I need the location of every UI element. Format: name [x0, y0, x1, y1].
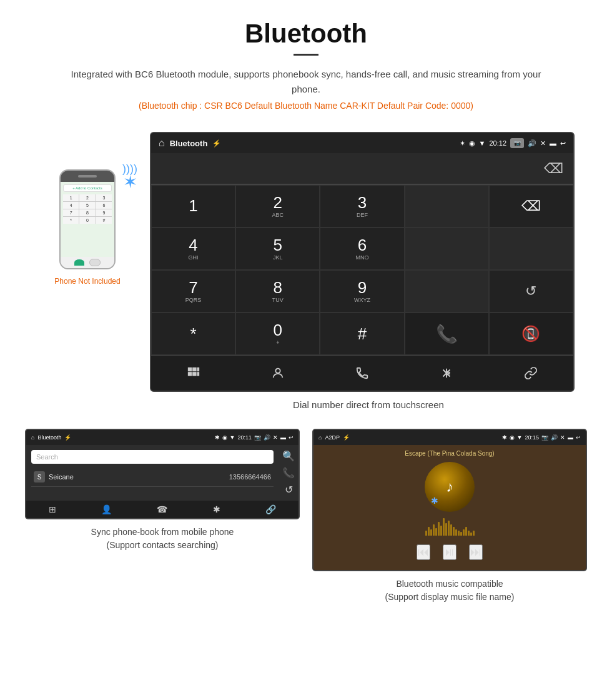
nav-grid-icon[interactable]	[181, 362, 206, 384]
dial-key-6[interactable]: 6 MNO	[320, 228, 404, 270]
svg-rect-2	[197, 368, 199, 371]
dial-key-backspace[interactable]: ⌫	[489, 185, 573, 228]
eq-bar	[468, 531, 470, 536]
phone-key: 1	[63, 194, 79, 201]
dial-key-empty-4	[405, 270, 489, 312]
dial-key-7[interactable]: 7 PQRS	[151, 270, 235, 312]
dial-key-call-green[interactable]: 📞	[405, 312, 489, 355]
wifi-icon: ))))	[122, 163, 137, 174]
eq-bar	[463, 529, 465, 536]
music-app-name: A2DP	[325, 434, 340, 441]
bottom-screenshots: ⌂ Bluetooth ⚡ ✱ ◉ ▼ 20:11 📷 🔊 ✕ ▬ ↩	[0, 429, 612, 604]
eq-bar	[445, 523, 447, 536]
pb-nav-link[interactable]: 🔗	[265, 504, 276, 514]
dial-key-hash[interactable]: #	[320, 312, 404, 355]
small-x-icon: ✕	[273, 434, 278, 441]
page-header: Bluetooth Integrated with BC6 Bluetooth …	[0, 0, 612, 132]
eq-bar	[428, 527, 430, 536]
svg-rect-1	[192, 368, 196, 371]
dial-key-refresh[interactable]: ↺	[489, 270, 573, 312]
phone-key: 7	[63, 209, 79, 216]
eq-bar	[440, 526, 442, 536]
phone-top-bar	[61, 171, 114, 182]
status-app-name: Bluetooth	[170, 139, 208, 148]
dial-key-5[interactable]: 5 JKL	[235, 228, 320, 270]
music-win-icon: ▬	[568, 434, 573, 441]
music-x-icon: ✕	[560, 434, 565, 441]
bt-on-album-icon: ✱	[431, 496, 438, 506]
nav-link-icon[interactable]	[518, 362, 543, 384]
prev-button[interactable]: ⏮	[417, 544, 430, 560]
dial-key-9[interactable]: 9 WXYZ	[320, 270, 404, 312]
call-red-icon: 📵	[521, 325, 540, 342]
small-win-icon: ▬	[280, 434, 286, 441]
contact-row[interactable]: S Seicane 13566664466	[31, 468, 274, 487]
status-left: ⌂ Bluetooth ⚡	[159, 138, 221, 149]
dial-bottom-nav	[151, 355, 573, 391]
phone-speaker	[78, 175, 97, 178]
phone-key: 6	[96, 202, 112, 209]
small-loc-icon: ◉	[222, 434, 227, 441]
search-bar[interactable]: Search	[31, 450, 274, 464]
dialpad-grid: 1 2 ABC 3 DEF ⌫ 4 GHI	[151, 184, 573, 355]
dial-key-2[interactable]: 2 ABC	[235, 185, 320, 228]
page-description: Integrated with BC6 Bluetooth module, su…	[69, 67, 543, 97]
phone-key: 0	[79, 217, 95, 224]
pb-nav-bt[interactable]: ✱	[213, 504, 220, 514]
svg-rect-3	[187, 372, 191, 376]
music-controls: ⏮ ⏯ ⏭	[318, 539, 581, 565]
bluetooth-status-icon: ✶	[460, 139, 465, 148]
page-specs: (Bluetooth chip : CSR BC6 Default Blueto…	[12, 101, 600, 111]
nav-bluetooth-icon[interactable]	[434, 362, 459, 384]
music-main-content: Escape (The Pina Colada Song) ♪ ✱	[313, 445, 586, 570]
dial-key-star[interactable]: *	[151, 312, 235, 355]
small-home-icon: ⌂	[31, 434, 34, 441]
pb-nav-grid[interactable]: ⊞	[49, 504, 56, 514]
phone-key: 4	[63, 202, 79, 209]
back-icon: ↩	[560, 139, 566, 148]
phone-keypad: 1 2 3 4 5 6 7 8 9 * 0 #	[63, 194, 112, 224]
music-cam-icon: 📷	[541, 434, 548, 441]
dial-key-4[interactable]: 4 GHI	[151, 228, 235, 270]
pb-nav-person[interactable]: 👤	[101, 504, 112, 514]
backspace-button[interactable]: ⌫	[544, 161, 563, 177]
phonebook-screen: ⌂ Bluetooth ⚡ ✱ ◉ ▼ 20:11 📷 🔊 ✕ ▬ ↩	[25, 429, 300, 519]
phonebook-body: Search S Seicane 13566664466 🔍 📞 ↺	[26, 445, 299, 501]
phonebook-main: Search S Seicane 13566664466	[26, 445, 279, 501]
time-display: 20:12	[489, 139, 506, 147]
dial-key-1[interactable]: 1	[151, 185, 235, 228]
small-bt-icon: ✱	[215, 434, 220, 441]
eq-bar	[433, 524, 435, 536]
music-signal-icon: ▼	[517, 434, 523, 441]
music-status-bar: ⌂ A2DP ⚡ ✱ ◉ ▼ 20:15 📷 🔊 ✕ ▬ ↩	[313, 430, 586, 445]
dial-key-0[interactable]: 0 +	[235, 312, 320, 355]
dial-android-screen: ⌂ Bluetooth ⚡ ✶ ◉ ▼ 20:12 📷 🔊 ✕ ▬ ↩	[150, 132, 575, 392]
eq-bar	[453, 527, 455, 536]
dial-key-empty-1	[405, 185, 489, 228]
dial-key-8[interactable]: 8 TUV	[235, 270, 320, 312]
eq-bar	[458, 531, 460, 536]
pb-nav-phone[interactable]: ☎	[157, 504, 167, 514]
nav-person-icon[interactable]	[265, 362, 290, 384]
phone-home-button	[89, 259, 101, 266]
dial-key-3[interactable]: 3 DEF	[320, 185, 404, 228]
play-pause-button[interactable]: ⏯	[443, 544, 457, 560]
music-screenshot-block: ⌂ A2DP ⚡ ✱ ◉ ▼ 20:15 📷 🔊 ✕ ▬ ↩ E	[312, 429, 587, 604]
dial-key-call-red[interactable]: 📵	[489, 312, 573, 355]
music-loc-icon: ◉	[510, 434, 515, 441]
contact-number: 13566664466	[229, 473, 271, 481]
phone-screen: + Add to Contacts 1 2 3 4 5 6 7 8 9 * 0 …	[61, 182, 114, 257]
call-action-icon[interactable]: 📞	[282, 467, 295, 479]
eq-bar	[470, 532, 472, 536]
next-button[interactable]: ⏭	[469, 544, 483, 560]
refresh-action-icon[interactable]: ↺	[285, 484, 293, 496]
signal-icon: ▼	[479, 139, 486, 147]
contact-name: Seicane	[49, 473, 229, 481]
phone-illustration: )))) ✶ + Add to Contacts 1 2 3 4 5 6	[25, 132, 150, 286]
music-bt-icon: ✱	[502, 434, 507, 441]
search-action-icon[interactable]: 🔍	[282, 450, 295, 462]
nav-phone-icon[interactable]	[350, 362, 375, 384]
camera-icon: 📷	[510, 138, 524, 148]
music-usb-icon: ⚡	[343, 434, 350, 441]
dial-screen-container: ⌂ Bluetooth ⚡ ✶ ◉ ▼ 20:12 📷 🔊 ✕ ▬ ↩	[150, 132, 587, 422]
